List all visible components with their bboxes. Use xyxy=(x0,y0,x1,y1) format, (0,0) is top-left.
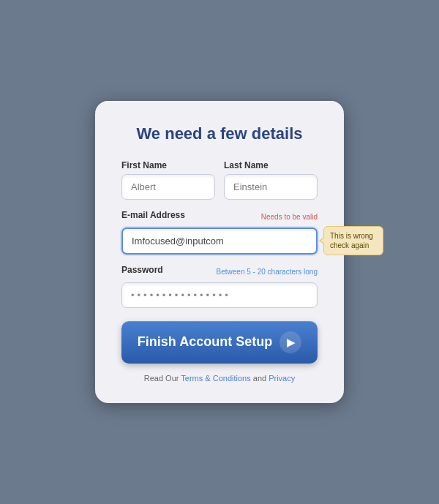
email-label: E-mail Address xyxy=(121,210,185,220)
password-label: Password xyxy=(121,265,163,275)
email-header: E-mail Address Needs to be valid xyxy=(121,210,318,224)
account-setup-card: We need a few details First Name Last Na… xyxy=(95,101,344,402)
submit-arrow-icon: ▶ xyxy=(279,331,301,353)
password-header: Password Between 5 - 20 characters long xyxy=(121,265,318,279)
privacy-link[interactable]: Privacy xyxy=(269,374,295,383)
email-input-row: This is wrong check again xyxy=(121,227,318,255)
last-name-group: Last Name xyxy=(224,160,318,200)
password-hint: Between 5 - 20 characters long xyxy=(217,268,318,276)
finish-setup-button[interactable]: Finish Account Setup ▶ xyxy=(121,321,318,364)
submit-label: Finish Account Setup xyxy=(138,334,272,350)
footer-prefix: Read Our xyxy=(144,374,181,383)
first-name-input[interactable] xyxy=(121,174,215,200)
first-name-label: First Name xyxy=(121,160,215,170)
password-group: Password Between 5 - 20 characters long xyxy=(121,265,318,308)
email-error-tooltip: This is wrong check again xyxy=(323,226,383,255)
first-name-group: First Name xyxy=(121,160,215,200)
terms-link[interactable]: Terms & Conditions xyxy=(181,374,250,383)
last-name-label: Last Name xyxy=(224,160,318,170)
email-group: E-mail Address Needs to be valid This is… xyxy=(121,210,318,255)
card-title: We need a few details xyxy=(121,124,318,143)
last-name-input[interactable] xyxy=(224,174,318,200)
password-input[interactable] xyxy=(121,282,318,308)
footer-connector: and xyxy=(251,374,269,383)
password-dots-wrapper xyxy=(121,282,318,308)
name-row: First Name Last Name xyxy=(121,160,318,200)
footer-text: Read Our Terms & Conditions and Privacy xyxy=(121,374,318,383)
email-input[interactable] xyxy=(121,227,318,255)
email-hint: Needs to be valid xyxy=(261,213,318,221)
